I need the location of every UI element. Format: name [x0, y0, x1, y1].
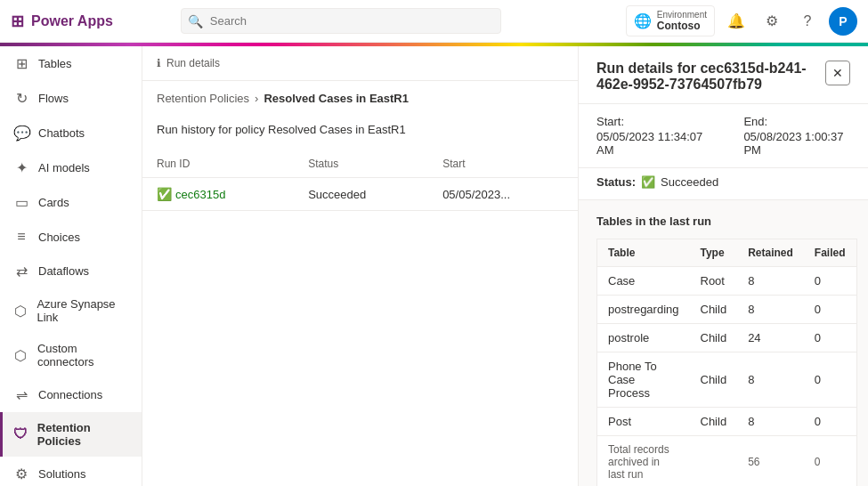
- col-run-id: Run ID: [142, 150, 294, 178]
- tables-icon: ⊞: [13, 55, 29, 72]
- col-status: Status: [294, 150, 428, 178]
- connections-icon: ⇌: [13, 386, 29, 403]
- cell-status: Succeeded: [294, 178, 428, 211]
- sidebar: ⊞ Tables ↻ Flows 💬 Chatbots ✦ AI models …: [0, 46, 142, 486]
- cell-retained: 8: [737, 296, 804, 324]
- cell-type: Child: [690, 408, 738, 436]
- topbar-right: 🌐 Environment Contoso 🔔 ⚙ ? P: [626, 5, 857, 36]
- sidebar-label-cards: Cards: [38, 196, 69, 209]
- run-details-panel: Run details for cec6315d-b241-462e-9952-…: [579, 46, 868, 486]
- app-name: Power Apps: [31, 13, 113, 29]
- status-value: Succeeded: [661, 175, 718, 189]
- sidebar-item-solutions[interactable]: ⚙ Solutions: [0, 457, 142, 486]
- sidebar-label-tables: Tables: [38, 57, 72, 70]
- solutions-icon: ⚙: [13, 466, 29, 482]
- sidebar-item-azure-synapse[interactable]: ⬡ Azure Synapse Link: [0, 288, 142, 333]
- notification-icon[interactable]: 🔔: [722, 7, 750, 36]
- chatbots-icon: 💬: [13, 125, 29, 142]
- breadcrumb-parent[interactable]: Retention Policies: [157, 92, 249, 105]
- sidebar-item-choices[interactable]: ≡ Choices: [0, 220, 142, 254]
- environment-name: Contoso: [657, 20, 707, 32]
- run-info: Start: 05/05/2023 11:34:07 AM End: 05/08…: [579, 104, 868, 168]
- settings-icon[interactable]: ⚙: [758, 7, 786, 36]
- breadcrumb-separator: ›: [255, 92, 258, 105]
- custom-connectors-icon: ⬡: [13, 347, 28, 364]
- cell-type: [690, 436, 738, 487]
- sidebar-item-flows[interactable]: ↻ Flows: [0, 81, 142, 116]
- close-button[interactable]: ✕: [825, 61, 850, 85]
- cell-retained: 8: [737, 267, 804, 296]
- help-icon[interactable]: ?: [793, 7, 822, 36]
- table-row: PostChild80: [597, 408, 857, 436]
- run-status-row: Status: ✅ Succeeded: [579, 168, 868, 200]
- table-row[interactable]: ✅ cec6315d Succeeded 05/05/2023...: [142, 178, 578, 211]
- cell-type: Root: [690, 267, 738, 296]
- run-details-label: Run details: [166, 57, 220, 69]
- info-icon: ℹ: [157, 57, 161, 69]
- col-table: Table: [597, 239, 690, 267]
- sidebar-label-connections: Connections: [38, 388, 102, 401]
- col-retained: Retained: [737, 239, 804, 267]
- search-bar[interactable]: 🔍: [181, 8, 501, 34]
- azure-synapse-icon: ⬡: [13, 303, 28, 320]
- run-history-subtitle: Run history for policy Resolved Cases in…: [142, 116, 578, 150]
- sidebar-label-ai-models: AI models: [38, 161, 90, 174]
- cell-table: Phone To Case Process: [597, 352, 690, 408]
- details-table: Table Type Retained Failed CaseRoot80pos…: [596, 239, 857, 486]
- sidebar-item-chatbots[interactable]: 💬 Chatbots: [0, 116, 142, 150]
- cell-failed: 0: [804, 296, 856, 324]
- cell-failed: 0: [804, 436, 856, 487]
- table-row: Phone To Case ProcessChild80: [597, 352, 857, 408]
- cell-table: Post: [597, 408, 690, 436]
- cell-run-id: ✅ cec6315d: [142, 178, 294, 211]
- sidebar-item-ai-models[interactable]: ✦ AI models: [0, 150, 142, 185]
- content-area: ℹ Run details Retention Policies › Resol…: [142, 46, 868, 486]
- breadcrumb: Retention Policies › Resolved Cases in E…: [142, 81, 578, 116]
- sidebar-item-cards[interactable]: ▭ Cards: [0, 185, 142, 220]
- success-icon: ✅: [157, 187, 172, 201]
- retention-policies-icon: 🛡: [13, 426, 28, 442]
- sidebar-label-choices: Choices: [38, 231, 80, 244]
- sidebar-label-custom-connectors: Custom connectors: [37, 342, 131, 369]
- sidebar-item-tables[interactable]: ⊞ Tables: [0, 46, 142, 81]
- search-input[interactable]: [181, 8, 501, 34]
- cell-failed: 0: [804, 408, 856, 436]
- status-success-icon: ✅: [641, 175, 655, 189]
- end-value: 05/08/2023 1:00:37 PM: [743, 130, 850, 157]
- cell-table: postregarding: [597, 296, 690, 324]
- run-details-panel-header: Run details for cec6315d-b241-462e-9952-…: [579, 46, 868, 104]
- environment-selector[interactable]: 🌐 Environment Contoso: [626, 5, 715, 36]
- dataflows-icon: ⇄: [13, 263, 29, 279]
- app-logo[interactable]: ⊞ Power Apps: [11, 12, 113, 31]
- tables-section: Tables in the last run Table Type Retain…: [579, 200, 868, 486]
- cell-retained: 8: [737, 408, 804, 436]
- sidebar-label-solutions: Solutions: [38, 467, 85, 481]
- search-icon: 🔍: [188, 14, 203, 28]
- cell-failed: 0: [804, 267, 856, 296]
- sidebar-item-custom-connectors[interactable]: ⬡ Custom connectors: [0, 333, 142, 377]
- cell-type: Child: [690, 352, 738, 408]
- user-avatar[interactable]: P: [829, 7, 857, 36]
- start-value: 05/05/2023 11:34:07 AM: [596, 130, 708, 157]
- sidebar-label-dataflows: Dataflows: [38, 264, 89, 278]
- sidebar-item-dataflows[interactable]: ⇄ Dataflows: [0, 254, 142, 288]
- cell-retained: 8: [737, 352, 804, 408]
- cell-retained: 24: [737, 324, 804, 352]
- table-row: CaseRoot80: [597, 267, 857, 296]
- run-details-title: Run details for cec6315d-b241-462e-9952-…: [596, 61, 815, 93]
- ai-models-icon: ✦: [13, 159, 29, 176]
- run-id-value: cec6315d: [175, 188, 225, 201]
- sidebar-label-retention-policies: Retention Policies: [37, 421, 131, 448]
- sidebar-label-flows: Flows: [38, 92, 69, 105]
- breadcrumb-current: Resolved Cases in EastR1: [264, 92, 409, 105]
- choices-icon: ≡: [13, 229, 29, 245]
- start-info: Start: 05/05/2023 11:34:07 AM: [596, 115, 708, 157]
- cell-failed: 0: [804, 324, 856, 352]
- env-shield-icon: 🌐: [634, 12, 652, 29]
- sidebar-item-retention-policies[interactable]: 🛡 Retention Policies: [0, 412, 142, 457]
- sidebar-item-connections[interactable]: ⇌ Connections: [0, 377, 142, 412]
- cell-failed: 0: [804, 352, 856, 408]
- cell-table: Case: [597, 267, 690, 296]
- cell-table: postrole: [597, 324, 690, 352]
- run-history-table: Run ID Status Start ✅ cec6315d Succe: [142, 150, 578, 211]
